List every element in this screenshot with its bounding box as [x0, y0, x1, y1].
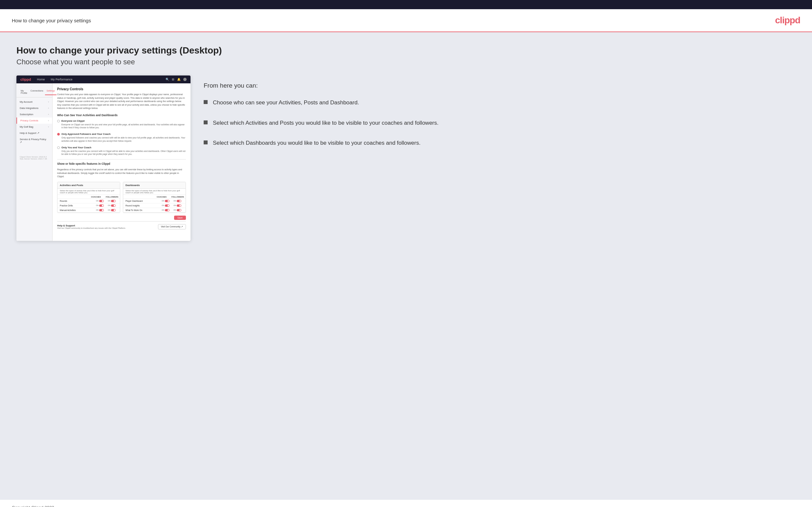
mock-sidebar-item-subscription: Subscription› — [16, 111, 52, 117]
mock-tab-connections: Connections — [29, 89, 45, 95]
top-bar — [0, 0, 812, 9]
mock-sidebar-item-service: Service & Privacy Policy ↗ — [16, 136, 52, 146]
bullet-text-1: Choose who can see your Activities, Post… — [213, 99, 359, 107]
mock-sidebar-tabs: My Profile Connections Settings — [16, 87, 52, 98]
mock-bell-icon: 🔔 — [177, 78, 181, 81]
bullet-list: Choose who can see your Activities, Post… — [204, 99, 796, 147]
right-column: From here you can: Choose who can see yo… — [204, 75, 796, 147]
mock-show-hide-title: Show or hide specific features in Clippd — [57, 162, 186, 165]
mock-logo: clippd — [20, 77, 31, 81]
from-here-label: From here you can: — [204, 82, 796, 89]
mock-toggle-tables: Activities and Posts Select the types of… — [57, 182, 186, 213]
main-content: How to change your privacy settings (Des… — [0, 32, 812, 500]
bullet-text-3: Select which Dashboards you would like t… — [213, 139, 420, 147]
mock-nav-icons: 🔍 ⊞ 🔔 — [165, 78, 187, 81]
mock-dash-row-player: Player Dashboard ON ON — [123, 199, 186, 204]
bullet-item-3: Select which Dashboards you would like t… — [204, 139, 796, 147]
mock-search-icon: 🔍 — [165, 78, 169, 81]
mock-sidebar: My Profile Connections Settings My Accou… — [16, 83, 53, 241]
mock-act-row-rounds: Rounds ON ON — [57, 199, 120, 204]
mock-who-can-see-title: Who Can See Your Activities and Dashboar… — [57, 114, 186, 117]
mock-radio-approved: Only Approved Followers and Your Coach O… — [57, 132, 186, 143]
bullet-icon-3 — [204, 140, 208, 145]
mock-dash-row-insights: Round Insights ON ON — [123, 204, 186, 208]
mock-privacy-desc: Control how you and your data appears to… — [57, 93, 186, 110]
mock-save-button: Save — [174, 216, 186, 220]
mock-show-hide-desc: Regardless of the privacy controls that … — [57, 168, 186, 178]
page-heading: How to change your privacy settings (Des… — [16, 45, 796, 56]
footer-text: Copyright Clippd 2022 — [12, 505, 54, 507]
mock-sidebar-item-golfbag: My Golf Bag› — [16, 124, 52, 130]
mock-navbar: clippd Home My Performance 🔍 ⊞ 🔔 — [16, 75, 191, 83]
mock-nav-home: Home — [37, 78, 45, 81]
mock-sidebar-item-help: Help & Support ↗ — [16, 130, 52, 136]
mock-dashboards-table: Dashboards Select the types of activity … — [123, 182, 186, 213]
logo: clippd — [775, 15, 800, 25]
header-title: How to change your privacy settings — [12, 18, 91, 23]
mock-sidebar-items: My Account› Data Integrations› Subscript… — [16, 98, 52, 147]
mock-act-row-manual: Manual Activities ON ON — [57, 208, 120, 213]
mock-sidebar-item-data: Data Integrations› — [16, 105, 52, 111]
mock-version-text: Clippd Client Version: 2022.8.2SQL Serve… — [16, 153, 52, 162]
bullet-item-2: Select which Activities and Posts you wo… — [204, 119, 796, 127]
header: How to change your privacy settings clip… — [0, 9, 812, 32]
mock-privacy-title: Privacy Controls — [57, 87, 186, 91]
mock-save-row: Save — [57, 213, 186, 221]
mock-avatar — [183, 78, 187, 81]
page-subheading: Choose what you want people to see — [16, 58, 796, 66]
mock-act-row-drills: Practice Drills ON ON — [57, 204, 120, 208]
mock-activities-table: Activities and Posts Select the types of… — [57, 182, 120, 213]
mock-radio-everyone: Everyone on Clippd Everyone on Clippd ca… — [57, 119, 186, 130]
mock-tab-profile: My Profile — [19, 89, 29, 95]
mock-grid-icon: ⊞ — [172, 78, 174, 81]
mock-sidebar-item-privacy: Privacy Controls› — [16, 117, 52, 124]
mock-visit-button: Visit Our Community ↗ — [158, 224, 186, 229]
bullet-icon-1 — [204, 100, 208, 104]
screenshot-mockup: clippd Home My Performance 🔍 ⊞ 🔔 My Prof… — [16, 75, 191, 241]
bullet-text-2: Select which Activities and Posts you wo… — [213, 119, 439, 127]
mock-divider — [57, 159, 186, 160]
footer: Copyright Clippd 2022 — [0, 500, 812, 507]
mock-main-panel: Privacy Controls Control how you and you… — [53, 83, 191, 241]
mock-radio-only-you: Only You and Your Coach Only you and the… — [57, 146, 186, 156]
bullet-icon-2 — [204, 120, 208, 124]
bullet-item-1: Choose who can see your Activities, Post… — [204, 99, 796, 107]
mock-dash-row-work: What To Work On ON ON — [123, 208, 186, 213]
mock-sidebar-item-account: My Account› — [16, 99, 52, 105]
mock-nav-performance: My Performance — [51, 78, 72, 81]
mock-help-section: Help & Support Visit our Clippd communit… — [57, 221, 186, 229]
